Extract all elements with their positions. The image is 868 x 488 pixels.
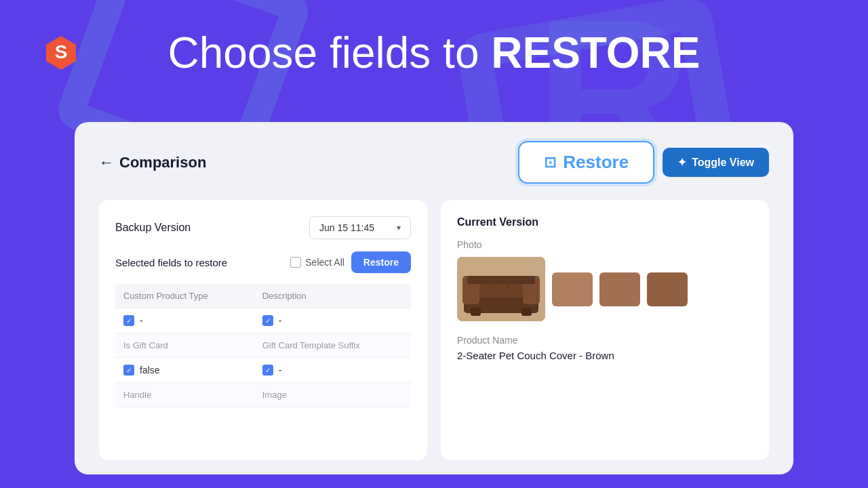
chevron-down-icon: ▾ xyxy=(397,223,401,232)
svg-rect-8 xyxy=(471,308,481,316)
version-value: Jun 15 11:45 xyxy=(319,222,374,233)
thumb-photo-2 xyxy=(599,272,640,306)
handle-label: Handle xyxy=(115,383,254,407)
table-row: Handle Image xyxy=(115,383,411,407)
table-row: Is Gift Card Gift Card Template Suffix xyxy=(115,333,411,358)
cell-check-wrap: ✓ - xyxy=(262,315,403,326)
left-panel: Backup Version Jun 15 11:45 ▾ Selected f… xyxy=(99,200,427,460)
restore-icon: ⊡ xyxy=(544,154,556,171)
thumb-photo-3 xyxy=(647,272,688,306)
cell-check-wrap: ✓ false xyxy=(123,365,246,375)
back-link-label: Comparison xyxy=(119,154,206,171)
fields-table: Custom Product Type Description ✓ - xyxy=(115,284,411,407)
page-title: Choose fields to RESTORE xyxy=(41,28,827,78)
col2-header: Description xyxy=(254,284,411,308)
page-header: S Choose fields to RESTORE xyxy=(0,0,868,105)
col2-cell: ✓ - xyxy=(254,308,411,333)
fields-actions: Select All Restore xyxy=(290,251,411,273)
toggle-view-label: Toggle View xyxy=(692,157,754,169)
product-name-value: 2-Seater Pet Couch Cover - Brown xyxy=(457,350,753,361)
back-link[interactable]: ← Comparison xyxy=(99,154,206,171)
select-all-checkbox[interactable] xyxy=(290,257,301,268)
restore-small-button[interactable]: Restore xyxy=(351,251,411,273)
checked-checkbox[interactable]: ✓ xyxy=(262,315,273,326)
version-select-dropdown[interactable]: Jun 15 11:45 ▾ xyxy=(309,216,411,239)
toggle-icon: ✦ xyxy=(677,156,686,169)
table-row: ✓ false ✓ - xyxy=(115,358,411,383)
right-panel: Current Version Photo xyxy=(441,200,769,460)
col2-value: - xyxy=(279,315,282,326)
gift-card-suffix-label: Gift Card Template Suffix xyxy=(254,333,411,358)
toggle-view-button[interactable]: ✦ Toggle View xyxy=(663,148,769,177)
back-arrow-icon: ← xyxy=(99,154,114,171)
restore-main-button[interactable]: ⊡ Restore xyxy=(518,141,654,184)
fields-label: Selected fields to restore xyxy=(115,257,227,268)
col1-cell: ✓ - xyxy=(115,308,254,333)
select-all-label: Select All xyxy=(305,257,344,268)
thumb-photo-1 xyxy=(552,272,593,306)
cell-check-wrap: ✓ - xyxy=(262,365,403,375)
checked-checkbox[interactable]: ✓ xyxy=(123,365,134,375)
gift-col1-value: false xyxy=(140,365,160,375)
backup-version-label: Backup Version xyxy=(115,222,191,234)
cell-check-wrap: ✓ - xyxy=(123,315,246,326)
table-header-row: Custom Product Type Description xyxy=(115,284,411,308)
restore-main-label: Restore xyxy=(563,152,629,173)
col1-header: Custom Product Type xyxy=(115,284,254,308)
svg-rect-7 xyxy=(467,276,535,284)
gift-col1-cell: ✓ false xyxy=(115,358,254,383)
title-bold-text: RESTORE xyxy=(491,28,700,77)
restore-small-label: Restore xyxy=(363,257,399,268)
select-all-wrap: Select All xyxy=(290,257,344,268)
header-actions: ⊡ Restore ✦ Toggle View xyxy=(518,141,769,184)
backup-version-row: Backup Version Jun 15 11:45 ▾ xyxy=(115,216,411,239)
columns-layout: Backup Version Jun 15 11:45 ▾ Selected f… xyxy=(99,200,769,460)
gift-card-label: Is Gift Card xyxy=(115,333,254,358)
photo-label: Photo xyxy=(457,239,753,250)
checked-checkbox[interactable]: ✓ xyxy=(262,365,273,375)
card-header: ← Comparison ⊡ Restore ✦ Toggle View xyxy=(99,141,769,184)
product-name-label: Product Name xyxy=(457,335,753,346)
current-version-title: Current Version xyxy=(457,216,753,228)
image-label: Image xyxy=(254,383,411,407)
title-normal-text: Choose fields to xyxy=(168,28,492,77)
main-card: ← Comparison ⊡ Restore ✦ Toggle View Bac… xyxy=(75,122,793,474)
col1-value: - xyxy=(140,315,143,326)
gift-col2-value: - xyxy=(279,365,282,375)
checked-checkbox[interactable]: ✓ xyxy=(123,315,134,326)
fields-row: Selected fields to restore Select All Re… xyxy=(115,251,411,273)
gift-col2-cell: ✓ - xyxy=(254,358,411,383)
svg-rect-9 xyxy=(521,308,532,316)
photos-row xyxy=(457,257,753,321)
table-row: ✓ - ✓ - xyxy=(115,308,411,333)
main-product-photo xyxy=(457,257,545,321)
